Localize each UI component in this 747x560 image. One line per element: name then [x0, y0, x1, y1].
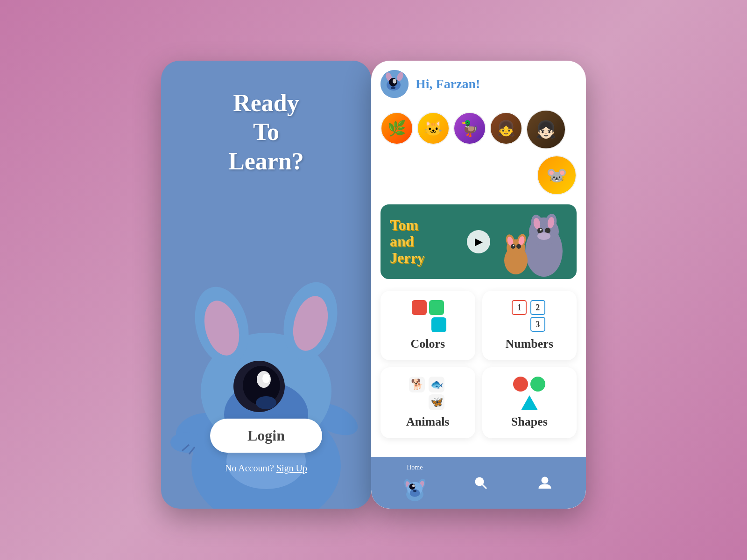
- red-circle: [513, 377, 528, 392]
- shapes-label: Shapes: [511, 415, 548, 429]
- tom-jerry-card[interactable]: TomandJerry: [381, 204, 577, 279]
- num-3: 3: [530, 317, 545, 332]
- stitch-home-icon: [401, 474, 429, 502]
- title-line2: To: [228, 118, 304, 147]
- avatars-row: 🌿 🐱 🦆 👧 👧🏻 🐭: [381, 107, 577, 195]
- numbers-card[interactable]: 1 2 3 Numbers: [482, 291, 577, 360]
- svg-point-58: [542, 477, 548, 483]
- shapes-icons: [511, 377, 548, 410]
- no-account-label: No Account?: [225, 463, 274, 473]
- title-line3: Learn?: [228, 147, 304, 176]
- home-label: Home: [407, 464, 423, 471]
- animal-icon-2: 🐟: [429, 377, 444, 392]
- left-phone: Ready To Learn?: [161, 61, 371, 509]
- login-button[interactable]: Login: [210, 419, 322, 453]
- animals-card[interactable]: 🐕 🐟 🦋 Animals: [381, 367, 475, 438]
- svg-point-56: [476, 478, 483, 485]
- right-phone-content: Hi, Farzan! 🌿 🐱 🦆 👧 👧🏻 🐭 Tom: [371, 61, 586, 457]
- avatar-2[interactable]: 🐱: [417, 112, 450, 145]
- svg-point-13: [262, 374, 270, 383]
- svg-line-57: [482, 484, 486, 489]
- green-square: [429, 300, 444, 315]
- play-button[interactable]: ▶: [467, 230, 490, 253]
- learning-cards-grid: Colors 1 2 3 Numbers 🐕 🐟: [381, 291, 577, 438]
- numbers-label: Numbers: [505, 337, 553, 351]
- shapes-card[interactable]: Shapes: [482, 367, 577, 438]
- colors-label: Colors: [410, 337, 445, 351]
- svg-point-33: [537, 228, 543, 233]
- colors-icons: [409, 300, 446, 332]
- numbers-icons: 1 2 3: [512, 300, 547, 332]
- signup-link[interactable]: Sign Up: [276, 463, 307, 473]
- animal-icon-3: [409, 394, 425, 410]
- svg-point-36: [537, 232, 550, 240]
- bottom-nav: Home: [371, 457, 586, 509]
- greeting-text: Hi, Farzan!: [416, 77, 480, 91]
- animal-icon-1: 🐕: [409, 377, 425, 392]
- cyan-square: [431, 317, 446, 332]
- svg-point-34: [545, 228, 550, 233]
- animal-icon-4: 🦋: [429, 394, 444, 410]
- right-phone: Hi, Farzan! 🌿 🐱 🦆 👧 👧🏻 🐭 Tom: [371, 61, 586, 509]
- svg-point-35: [540, 229, 542, 231]
- search-nav-button[interactable]: [469, 471, 493, 495]
- avatar-6[interactable]: 🐭: [537, 155, 577, 195]
- svg-point-14: [256, 396, 276, 409]
- left-phone-title: Ready To Learn?: [228, 89, 304, 176]
- tom-jerry-title: TomandJerry: [390, 217, 425, 266]
- avatar-1[interactable]: 🌿: [381, 112, 413, 145]
- avatar-5[interactable]: 👧🏻: [526, 110, 566, 149]
- title-line1: Ready: [228, 89, 304, 118]
- avatar-4[interactable]: 👧: [490, 112, 522, 145]
- green-circle: [530, 377, 545, 392]
- svg-point-43: [511, 244, 515, 249]
- svg-point-54: [412, 484, 415, 487]
- avatar-3[interactable]: 🦆: [453, 112, 486, 145]
- svg-point-25: [393, 79, 396, 84]
- animals-icons: 🐕 🐟 🦋: [409, 377, 446, 410]
- svg-point-55: [413, 490, 416, 492]
- num-1: 1: [512, 300, 527, 315]
- profile-nav-button[interactable]: [533, 471, 557, 495]
- colors-card[interactable]: Colors: [381, 291, 475, 360]
- red-square: [412, 300, 427, 315]
- stitch-avatar: [381, 70, 409, 98]
- svg-point-3: [170, 432, 203, 453]
- nav-home[interactable]: Home: [401, 464, 429, 502]
- svg-point-44: [516, 244, 521, 249]
- num-2: 2: [530, 300, 545, 315]
- header-row: Hi, Farzan!: [381, 70, 577, 98]
- animals-label: Animals: [406, 415, 449, 429]
- no-account-section: No Account? Sign Up: [225, 463, 307, 474]
- stitch-illustration: [161, 195, 371, 509]
- cyan-triangle: [521, 395, 538, 410]
- svg-point-45: [513, 245, 514, 246]
- svg-point-26: [391, 86, 395, 89]
